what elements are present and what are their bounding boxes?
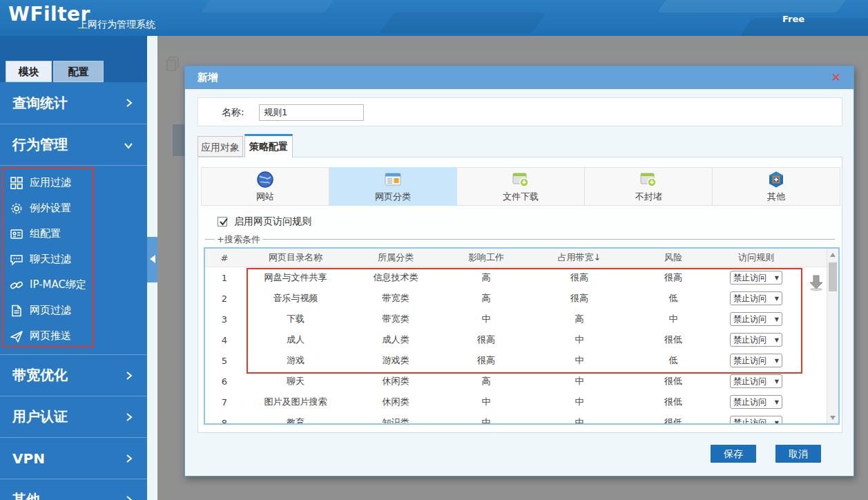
idcard-icon bbox=[10, 227, 23, 241]
sidebar-item-group-config[interactable]: 组配置 bbox=[0, 221, 147, 247]
dialog-titlebar[interactable]: 新增 ✕ bbox=[185, 66, 853, 89]
app-window: WFilter 上网行为管理系统 Free 模块 配置 查询统计 行为管理 应用… bbox=[0, 0, 868, 500]
cell-index: 2 bbox=[205, 294, 244, 304]
table-row: 2 音乐与视频 带宽类 高 很高 低 禁止访问 ▼ bbox=[205, 288, 838, 309]
cell-category: 信息技术类 bbox=[347, 271, 444, 284]
sidebar-item-ip-mac-binding[interactable]: IP-MAC绑定 bbox=[0, 272, 147, 298]
sidebar-tab-modules[interactable]: 模块 bbox=[6, 61, 52, 82]
col-header-work-impact[interactable]: 影响工作 bbox=[444, 251, 528, 264]
scroll-down-button[interactable] bbox=[827, 412, 839, 423]
cell-risk: 很低 bbox=[630, 396, 716, 408]
access-rule-select[interactable]: 禁止访问 ▼ bbox=[730, 416, 782, 425]
table-scrollbar[interactable] bbox=[827, 249, 838, 423]
cell-work-impact: 高 bbox=[444, 292, 528, 305]
access-rule-select[interactable]: 禁止访问 ▼ bbox=[730, 333, 782, 347]
save-button[interactable]: 保存 bbox=[711, 445, 756, 463]
chevron-right-icon bbox=[125, 367, 133, 384]
cell-access-rule: 禁止访问 ▼ bbox=[716, 291, 796, 305]
cell-risk: 很低 bbox=[630, 334, 716, 346]
cell-category: 休闲类 bbox=[347, 375, 444, 387]
cell-index: 6 bbox=[205, 376, 244, 387]
cell-index: 3 bbox=[205, 314, 244, 325]
sidebar-item-app-filter[interactable]: 应用过滤 bbox=[0, 170, 147, 195]
top-header: WFilter 上网行为管理系统 Free bbox=[0, 0, 868, 36]
cell-risk: 低 bbox=[630, 292, 716, 305]
cell-bandwidth: 中 bbox=[528, 375, 630, 387]
scrollbar-thumb[interactable] bbox=[829, 262, 837, 291]
access-rule-select[interactable]: 禁止访问 ▼ bbox=[730, 271, 782, 285]
cell-work-impact: 很高 bbox=[444, 334, 528, 346]
cancel-button[interactable]: 取消 bbox=[775, 445, 821, 463]
move-down-icon[interactable] bbox=[807, 273, 825, 292]
chevron-right-icon bbox=[125, 450, 133, 467]
cell-risk: 很高 bbox=[630, 271, 716, 284]
col-header-index[interactable]: # bbox=[205, 253, 244, 263]
cell-index: 4 bbox=[205, 335, 244, 345]
cell-work-impact: 中 bbox=[444, 416, 528, 425]
app-subtitle: 上网行为管理系统 bbox=[78, 19, 155, 31]
table-row: 7 图片及图片搜索 休闲类 中 中 很低 禁止访问 ▼ bbox=[205, 392, 838, 412]
sidebar-section-user-auth[interactable]: 用户认证 bbox=[0, 396, 147, 437]
access-rule-select[interactable]: 禁止访问 ▼ bbox=[730, 395, 782, 409]
table-row: 8 教育 知识类 中 中 很低 禁止访问 ▼ bbox=[205, 412, 838, 425]
sidebar-submenu: 应用过滤 例外设置 组配置 聊天过滤 IP-MAC绑定 bbox=[0, 165, 147, 354]
table-body: 1 网盘与文件共享 信息技术类 高 很高 很高 禁止访问 ▼ bbox=[205, 267, 838, 425]
access-rule-select[interactable]: 禁止访问 ▼ bbox=[730, 291, 782, 305]
sidebar-item-chat-filter[interactable]: 聊天过滤 bbox=[0, 247, 147, 272]
cell-name: 网盘与文件共享 bbox=[244, 271, 347, 284]
cell-index: 1 bbox=[205, 273, 244, 283]
col-header-name[interactable]: 网页目录名称 bbox=[244, 251, 347, 264]
cell-index: 5 bbox=[205, 356, 244, 366]
sidebar-section-behavior-mgmt[interactable]: 行为管理 bbox=[0, 124, 147, 165]
col-header-category[interactable]: 所属分类 bbox=[347, 251, 444, 264]
access-rule-select[interactable]: 禁止访问 ▼ bbox=[730, 374, 782, 388]
enable-rule-checkbox[interactable] bbox=[218, 217, 227, 227]
tab-policy-config[interactable]: 策略配置 bbox=[244, 134, 293, 157]
chevron-left-icon bbox=[150, 255, 155, 263]
sidebar-item-web-push[interactable]: 网页推送 bbox=[0, 323, 147, 349]
access-rule-select[interactable]: 禁止访问 ▼ bbox=[730, 312, 782, 326]
icon-tab-web-category[interactable]: 网页分类 bbox=[329, 167, 457, 206]
icon-tab-file-download[interactable]: 文件下载 bbox=[457, 167, 585, 206]
other-plus-icon bbox=[767, 171, 785, 189]
cell-access-rule: 禁止访问 ▼ bbox=[716, 374, 796, 388]
header-texture bbox=[657, 0, 849, 12]
icon-tab-website[interactable]: 网站 bbox=[201, 167, 329, 206]
chevron-right-icon bbox=[125, 95, 133, 111]
cell-name: 成人 bbox=[244, 334, 347, 346]
check-icon bbox=[218, 216, 229, 227]
scroll-up-button[interactable] bbox=[827, 249, 839, 260]
table-row: 4 成人 成人类 很高 中 很低 禁止访问 ▼ bbox=[205, 329, 838, 350]
header-texture bbox=[379, 12, 546, 33]
cell-index: 8 bbox=[205, 418, 244, 425]
cell-name: 音乐与视频 bbox=[244, 292, 347, 305]
chevron-right-icon bbox=[125, 409, 133, 425]
col-header-risk[interactable]: 风险 bbox=[630, 251, 716, 264]
rule-name-input[interactable] bbox=[259, 104, 364, 121]
page-icon bbox=[10, 304, 23, 318]
cell-index: 7 bbox=[205, 397, 244, 407]
close-icon[interactable]: ✕ bbox=[831, 70, 841, 84]
chevron-down-icon: ▼ bbox=[775, 275, 779, 281]
category-table: # 网页目录名称 所属分类 影响工作 占用带宽↓ 风险 访问规则 1 网盘与文件… bbox=[204, 247, 840, 425]
link-icon bbox=[10, 278, 23, 292]
tab-apply-objects[interactable]: 应用对象 bbox=[197, 136, 243, 157]
cell-work-impact: 很高 bbox=[444, 354, 528, 367]
sidebar: 模块 配置 查询统计 行为管理 应用过滤 例外设置 bbox=[0, 36, 147, 500]
col-header-bandwidth-sorted[interactable]: 占用带宽↓ bbox=[528, 251, 630, 264]
sidebar-item-web-filter[interactable]: 网页过滤 bbox=[0, 298, 147, 323]
sidebar-section-query-stats[interactable]: 查询统计 bbox=[0, 82, 147, 124]
sidebar-item-exceptions[interactable]: 例外设置 bbox=[0, 195, 147, 221]
sidebar-section-bandwidth[interactable]: 带宽优化 bbox=[0, 354, 147, 396]
sidebar-tab-config[interactable]: 配置 bbox=[53, 61, 104, 82]
sidebar-section-vpn[interactable]: VPN bbox=[0, 437, 147, 479]
col-header-access-rule[interactable]: 访问规则 bbox=[716, 251, 796, 264]
icon-tab-other[interactable]: 其他 bbox=[713, 167, 840, 206]
cell-category: 游戏类 bbox=[347, 354, 444, 367]
access-rule-select[interactable]: 禁止访问 ▼ bbox=[730, 354, 782, 367]
icon-tab-unblock[interactable]: 不封堵 bbox=[585, 167, 713, 206]
sidebar-section-other[interactable]: 其他 bbox=[0, 479, 147, 500]
globe-icon bbox=[256, 171, 274, 189]
search-conditions-toggle[interactable]: +搜索条件 bbox=[215, 233, 262, 246]
cell-category: 带宽类 bbox=[347, 313, 444, 325]
